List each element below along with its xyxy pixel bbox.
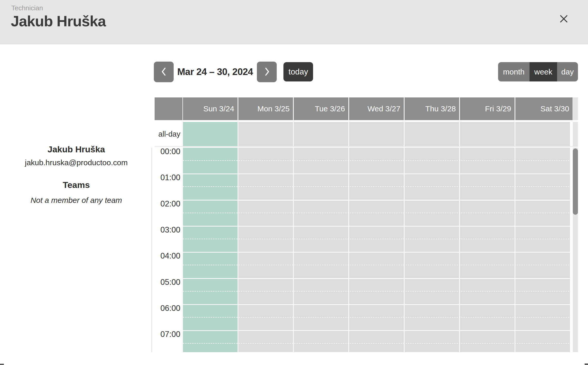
hour-gridline	[183, 226, 571, 227]
all-day-cell	[405, 122, 459, 146]
view-button-month[interactable]: month	[498, 62, 530, 81]
day-header-cell: Thu 3/28	[405, 97, 459, 120]
chevron-left-icon	[159, 66, 169, 78]
time-label: 05:00	[155, 278, 180, 287]
technician-detail-dialog: Technician Jakub Hruška Jakub Hruška jak…	[0, 0, 588, 365]
all-day-label: all-day	[155, 122, 180, 146]
teams-heading: Teams	[0, 180, 153, 190]
view-toggle: monthweekday	[498, 62, 578, 81]
day-header-cell: Wed 3/27	[349, 97, 404, 120]
day-header-cell: Fri 3/29	[460, 97, 515, 120]
hour-gridline	[183, 278, 571, 279]
half-hour-gridline	[183, 213, 571, 213]
half-hour-gridline	[183, 186, 571, 187]
half-hour-gridline	[183, 317, 571, 318]
day-column-today	[183, 148, 238, 352]
day-header-cell: Mon 3/25	[238, 97, 293, 120]
half-hour-gridline	[183, 291, 571, 292]
dialog-header: Technician Jakub Hruška	[0, 0, 588, 44]
page-title: Jakub Hruška	[11, 12, 106, 30]
hour-gridline	[183, 330, 571, 331]
time-label: 06:00	[155, 304, 180, 313]
entity-type-label: Technician	[11, 4, 43, 12]
time-label: 01:00	[155, 173, 180, 182]
teams-empty-note: Not a member of any team	[0, 196, 153, 205]
day-column	[294, 148, 348, 352]
cropped-element-bottom-right	[585, 363, 588, 365]
time-label: 07:00	[155, 330, 180, 339]
all-day-scroll-gutter	[573, 122, 578, 146]
hour-gridline	[183, 252, 571, 253]
day-header-cell: Tue 3/26	[294, 97, 348, 120]
view-button-day[interactable]: day	[557, 62, 578, 81]
scrollbar-thumb[interactable]	[573, 148, 578, 215]
half-hour-gridline	[183, 160, 571, 161]
next-week-button[interactable]	[257, 62, 277, 82]
view-button-week[interactable]: week	[530, 62, 557, 81]
day-column	[349, 148, 404, 352]
time-label: 00:00	[155, 148, 180, 156]
all-day-cell	[515, 122, 570, 146]
day-column	[405, 148, 459, 352]
time-label: 02:00	[155, 199, 180, 209]
technician-name: Jakub Hruška	[0, 144, 153, 154]
all-day-cell	[294, 122, 348, 146]
day-column	[515, 148, 570, 352]
hour-gridline	[183, 200, 571, 201]
cropped-element-bottom-left	[0, 364, 4, 365]
prev-week-button[interactable]	[154, 62, 174, 82]
technician-email: jakub.hruska@productoo.com	[0, 158, 153, 167]
time-grid: 00:0001:0002:0003:0004:0005:0006:0007:00	[152, 148, 578, 352]
day-header-cell: Sun 3/24	[183, 97, 238, 120]
close-button[interactable]	[557, 12, 570, 26]
today-button[interactable]: today	[283, 62, 313, 81]
time-label: 03:00	[155, 225, 180, 235]
all-day-cell	[460, 122, 515, 146]
half-hour-gridline	[183, 265, 571, 265]
day-header-cell: Sat 3/30	[515, 97, 573, 120]
half-hour-gridline	[183, 239, 571, 239]
all-day-cell-today	[183, 122, 238, 146]
all-day-divider	[155, 146, 578, 147]
time-label: 04:00	[155, 251, 180, 261]
calendar-header-gutter	[155, 97, 182, 120]
chevron-right-icon	[262, 66, 272, 78]
close-icon	[558, 13, 569, 25]
date-range-title: Mar 24 – 30, 2024	[177, 62, 253, 82]
all-day-cell	[349, 122, 404, 146]
hour-gridline	[183, 304, 571, 305]
day-column	[460, 148, 515, 352]
header-scroll-gutter	[573, 97, 578, 120]
day-column	[238, 148, 293, 352]
hour-gridline	[183, 173, 571, 174]
half-hour-gridline	[183, 343, 571, 344]
all-day-cell	[238, 122, 293, 146]
